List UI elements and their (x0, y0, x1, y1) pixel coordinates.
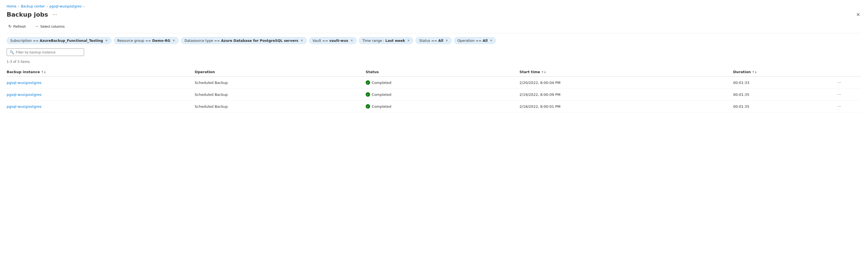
filter-close-icon[interactable]: ✕ (350, 39, 353, 42)
filter-close-icon[interactable]: ✕ (407, 39, 410, 42)
cell-duration: 00:01:33 (733, 77, 836, 89)
status-label: Completed (372, 105, 392, 109)
breadcrumb: Home › Backup center › pgsql-wus\postgre… (7, 4, 861, 8)
close-icon[interactable]: ✕ (855, 10, 861, 19)
cell-start-time: 2/19/2022, 8:00:09 PM (520, 89, 733, 101)
filter-close-icon[interactable]: ✕ (105, 39, 108, 42)
search-box: 🔍 (7, 49, 84, 56)
filter-chip-resource_group[interactable]: Resource group == Demo-RG✕ (114, 37, 179, 44)
cell-backup-instance: pgsql-wus\postgres (7, 101, 195, 113)
row-more-button[interactable]: ··· (836, 103, 842, 109)
sort-icon-backup_instance: ↑↓ (41, 70, 46, 74)
col-label-operation: Operation (195, 70, 215, 74)
filter-label: Status == All (419, 38, 443, 42)
filter-chip-status[interactable]: Status == All✕ (415, 37, 452, 44)
col-header-status: Status (366, 67, 520, 77)
filter-label: Subscription == AzureBackup_Functional_T… (10, 38, 103, 42)
breadcrumb-backup-center[interactable]: Backup center (21, 4, 45, 8)
cell-start-time: 2/20/2022, 8:00:04 PM (520, 77, 733, 89)
cell-status: ✓Completed (366, 101, 520, 113)
breadcrumb-sep-1: › (18, 5, 19, 8)
backup-instance-link[interactable]: pgsql-wus\postgres (7, 105, 41, 109)
filter-label: Vault == vault-wus (313, 38, 348, 42)
table-header: Backup instance↑↓OperationStatusStart ti… (7, 67, 861, 77)
filter-label: Operation == All (458, 38, 488, 42)
filter-close-icon[interactable]: ✕ (173, 39, 175, 42)
table-header-row: Backup instance↑↓OperationStatusStart ti… (7, 67, 861, 77)
cell-start-time: 2/18/2022, 8:00:01 PM (520, 101, 733, 113)
backup-instance-link[interactable]: pgsql-wus\postgres (7, 81, 41, 85)
status-completed: ✓Completed (366, 104, 516, 109)
breadcrumb-sep-3: › (83, 5, 84, 8)
cell-operation: Scheduled Backup (195, 89, 366, 101)
breadcrumb-sep-2: › (46, 5, 48, 8)
select-columns-button[interactable]: → Select columns (33, 23, 66, 30)
filter-label: Resource group == Demo-RG (117, 38, 170, 42)
breadcrumb-home[interactable]: Home (7, 4, 16, 8)
filter-label: Datasource type == Azure Database for Po… (185, 38, 298, 42)
sort-icon-start_time: ↑↓ (541, 70, 546, 74)
col-header-start_time[interactable]: Start time↑↓ (520, 67, 733, 77)
cell-backup-instance: pgsql-wus\postgres (7, 77, 195, 89)
col-label-duration: Duration (733, 70, 751, 74)
select-columns-label: Select columns (40, 24, 65, 29)
table-body: pgsql-wus\postgresScheduled Backup✓Compl… (7, 77, 861, 113)
cell-operation: Scheduled Backup (195, 101, 366, 113)
breadcrumb-pgsql[interactable]: pgsql-wus\postgres (50, 4, 82, 8)
row-more-button[interactable]: ··· (836, 80, 842, 86)
col-header-duration[interactable]: Duration↑↓ (733, 67, 836, 77)
col-label-status: Status (366, 70, 379, 74)
filter-chip-datasource_type[interactable]: Datasource type == Azure Database for Po… (181, 37, 307, 44)
page-more-icon[interactable]: ··· (51, 11, 59, 18)
item-count: 1-3 of 3 items (7, 60, 861, 64)
cell-backup-instance: pgsql-wus\postgres (7, 89, 195, 101)
cell-actions: ··· (836, 77, 861, 89)
filter-chip-time_range[interactable]: Time range : Last week✕ (359, 37, 413, 44)
select-columns-icon: → (35, 24, 39, 29)
filters-row: Subscription == AzureBackup_Functional_T… (7, 37, 861, 44)
filter-close-icon[interactable]: ✕ (490, 39, 492, 42)
cell-operation: Scheduled Backup (195, 77, 366, 89)
row-more-button[interactable]: ··· (836, 91, 842, 97)
cell-actions: ··· (836, 89, 861, 101)
page-title: Backup jobs (7, 11, 48, 18)
check-icon: ✓ (366, 92, 370, 97)
refresh-icon: ↻ (8, 24, 11, 29)
check-icon: ✓ (366, 104, 370, 109)
toolbar: ↻ Refresh → Select columns (7, 23, 861, 33)
filter-chip-operation[interactable]: Operation == All✕ (454, 37, 496, 44)
refresh-button[interactable]: ↻ Refresh (7, 23, 28, 30)
filter-chip-subscription[interactable]: Subscription == AzureBackup_Functional_T… (7, 37, 112, 44)
col-label-start_time: Start time (520, 70, 540, 74)
cell-duration: 00:01:35 (733, 101, 836, 113)
table-row[interactable]: pgsql-wus\postgresScheduled Backup✓Compl… (7, 89, 861, 101)
status-label: Completed (372, 92, 392, 97)
col-header-backup_instance[interactable]: Backup instance↑↓ (7, 67, 195, 77)
table-row[interactable]: pgsql-wus\postgresScheduled Backup✓Compl… (7, 101, 861, 113)
check-icon: ✓ (366, 80, 370, 85)
filter-close-icon[interactable]: ✕ (301, 39, 303, 42)
cell-duration: 00:01:35 (733, 89, 836, 101)
filter-label: Time range : Last week (362, 38, 405, 42)
cell-actions: ··· (836, 101, 861, 113)
status-label: Completed (372, 81, 392, 85)
search-input[interactable] (16, 50, 81, 54)
col-header-operation: Operation (195, 67, 366, 77)
backup-instance-link[interactable]: pgsql-wus\postgres (7, 92, 41, 97)
refresh-label: Refresh (13, 24, 26, 29)
col-label-backup_instance: Backup instance (7, 70, 40, 74)
filter-close-icon[interactable]: ✕ (445, 39, 448, 42)
search-icon: 🔍 (10, 50, 14, 54)
col-header-actions (836, 67, 861, 77)
page-header: Backup jobs ··· ✕ (7, 10, 861, 19)
cell-status: ✓Completed (366, 89, 520, 101)
status-completed: ✓Completed (366, 80, 516, 85)
cell-status: ✓Completed (366, 77, 520, 89)
status-completed: ✓Completed (366, 92, 516, 97)
data-table: Backup instance↑↓OperationStatusStart ti… (7, 67, 861, 113)
page-title-row: Backup jobs ··· (7, 11, 59, 18)
sort-icon-duration: ↑↓ (752, 70, 757, 74)
filter-chip-vault[interactable]: Vault == vault-wus✕ (309, 37, 356, 44)
table-row[interactable]: pgsql-wus\postgresScheduled Backup✓Compl… (7, 77, 861, 89)
